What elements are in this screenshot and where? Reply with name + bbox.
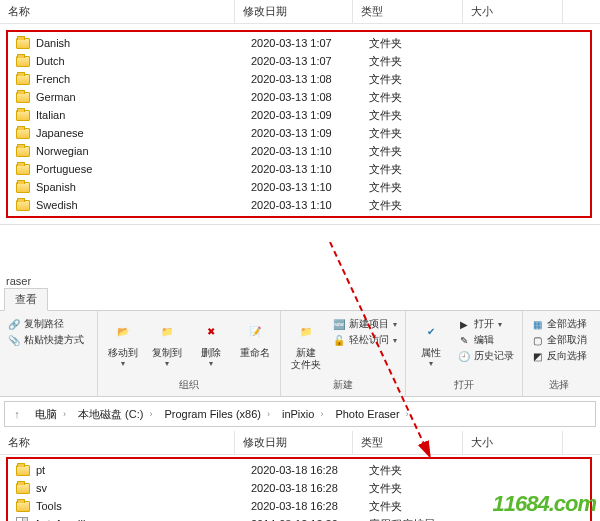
top-file-list-panel: 名称 修改日期 类型 大小 Danish2020-03-13 1:07文件夹Du…	[0, 0, 600, 225]
file-date: 2020-03-13 1:08	[243, 91, 361, 103]
folder-icon	[16, 182, 30, 193]
file-date: 2020-03-13 1:09	[243, 127, 361, 139]
breadcrumb-segment[interactable]: 本地磁盘 (C:)›	[72, 402, 158, 426]
folder-icon	[16, 164, 30, 175]
group-label-new: 新建	[285, 376, 401, 394]
file-name: Italian	[36, 109, 65, 121]
file-type: 文件夹	[361, 54, 471, 69]
table-row[interactable]: Norwegian2020-03-13 1:10文件夹	[8, 142, 590, 160]
easy-access-icon: 🔓	[333, 334, 345, 346]
file-date: 2020-03-18 16:28	[243, 482, 361, 494]
folder-icon	[16, 56, 30, 67]
table-row[interactable]: Swedish2020-03-13 1:10文件夹	[8, 196, 590, 214]
table-row[interactable]: French2020-03-13 1:08文件夹	[8, 70, 590, 88]
folder-icon	[16, 74, 30, 85]
group-label-open: 打开	[410, 376, 518, 394]
file-name: Portuguese	[36, 163, 92, 175]
new-item-button[interactable]: 🆕新建项目▾	[333, 317, 397, 331]
copy-path-button[interactable]: 🔗复制路径	[8, 317, 84, 331]
select-none-icon: ▢	[531, 334, 543, 346]
folder-icon	[16, 465, 30, 476]
ribbon: 🔗复制路径 📎粘贴快捷方式 📂移动到▾ 📁复制到▾ ✖删除▾ 📝重命名 组织 📁…	[0, 311, 600, 397]
group-label-organize: 组织	[102, 376, 276, 394]
ribbon-group-open: ✔属性▾ ▶打开▾ ✎编辑 🕘历史记录 打开	[406, 311, 523, 396]
file-type: 文件夹	[361, 144, 471, 159]
breadcrumb-segment[interactable]: Program Files (x86)›	[158, 402, 276, 426]
file-type: 应用程序扩展	[361, 517, 471, 522]
col-date[interactable]: 修改日期	[235, 431, 353, 454]
chevron-right-icon: ›	[149, 409, 152, 419]
col-size[interactable]: 大小	[463, 0, 563, 23]
breadcrumb-segment[interactable]: inPixio›	[276, 402, 329, 426]
file-type: 文件夹	[361, 198, 471, 213]
folder-icon	[16, 110, 30, 121]
explorer-window: raser 查看 🔗复制路径 📎粘贴快捷方式 📂移动到▾ 📁复制到▾ ✖删除▾ …	[0, 273, 600, 521]
tab-view[interactable]: 查看	[4, 288, 48, 311]
move-to-button[interactable]: 📂移动到▾	[102, 315, 144, 371]
file-date: 2020-03-18 16:28	[243, 500, 361, 512]
table-row[interactable]: Dutch2020-03-13 1:07文件夹	[8, 52, 590, 70]
invert-icon: ◩	[531, 350, 543, 362]
open-icon: ▶	[458, 318, 470, 330]
group-label-select: 选择	[527, 376, 591, 394]
ribbon-tabs: 查看	[0, 289, 600, 311]
folder-icon	[16, 200, 30, 211]
history-icon: 🕘	[458, 350, 470, 362]
col-date[interactable]: 修改日期	[235, 0, 353, 23]
column-header-row-bottom: 名称 修改日期 类型 大小	[0, 431, 600, 455]
table-row[interactable]: Portuguese2020-03-13 1:10文件夹	[8, 160, 590, 178]
file-date: 2020-03-13 1:10	[243, 181, 361, 193]
new-item-icon: 🆕	[333, 318, 345, 330]
paste-shortcut-button[interactable]: 📎粘贴快捷方式	[8, 333, 84, 347]
ribbon-group-select: ▦全部选择 ▢全部取消 ◩反向选择 选择	[523, 311, 595, 396]
col-type[interactable]: 类型	[353, 0, 463, 23]
file-name: Danish	[36, 37, 70, 49]
file-date: 2020-03-13 1:09	[243, 109, 361, 121]
folder-icon	[16, 38, 30, 49]
table-row[interactable]: Danish2020-03-13 1:07文件夹	[8, 34, 590, 52]
up-button[interactable]: ↑	[5, 402, 29, 426]
file-type: 文件夹	[361, 481, 471, 496]
select-all-button[interactable]: ▦全部选择	[531, 317, 587, 331]
file-date: 2020-03-13 1:10	[243, 199, 361, 211]
edit-icon: ✎	[458, 334, 470, 346]
table-row[interactable]: Spanish2020-03-13 1:10文件夹	[8, 178, 590, 196]
table-row[interactable]: Japanese2020-03-13 1:09文件夹	[8, 124, 590, 142]
table-row[interactable]: Italian2020-03-13 1:09文件夹	[8, 106, 590, 124]
history-button[interactable]: 🕘历史记录	[458, 349, 514, 363]
col-name[interactable]: 名称	[0, 431, 235, 454]
chevron-right-icon: ›	[406, 409, 409, 419]
col-type[interactable]: 类型	[353, 431, 463, 454]
col-size[interactable]: 大小	[463, 431, 563, 454]
table-row[interactable]: pt2020-03-18 16:28文件夹	[8, 461, 590, 479]
file-name: Tools	[36, 500, 62, 512]
breadcrumb[interactable]: ↑ 电脑›本地磁盘 (C:)›Program Files (x86)›inPix…	[4, 401, 596, 427]
group-label	[4, 379, 93, 394]
file-type: 文件夹	[361, 90, 471, 105]
easy-access-button[interactable]: 🔓轻松访问▾	[333, 333, 397, 347]
open-button[interactable]: ▶打开▾	[458, 317, 514, 331]
edit-button[interactable]: ✎编辑	[458, 333, 514, 347]
file-name: Japanese	[36, 127, 84, 139]
copy-to-button[interactable]: 📁复制到▾	[146, 315, 188, 371]
breadcrumb-segment[interactable]: 电脑›	[29, 402, 72, 426]
file-date: 2020-03-13 1:07	[243, 55, 361, 67]
rename-icon: 📝	[241, 317, 269, 345]
file-name: pt	[36, 464, 45, 476]
file-name: French	[36, 73, 70, 85]
select-none-button[interactable]: ▢全部取消	[531, 333, 587, 347]
rename-button[interactable]: 📝重命名	[234, 315, 276, 361]
watermark: 11684.com	[492, 491, 596, 517]
ribbon-group-clipboard: 🔗复制路径 📎粘贴快捷方式	[0, 311, 98, 396]
new-folder-button[interactable]: 📁新建 文件夹	[285, 315, 327, 373]
file-name: Spanish	[36, 181, 76, 193]
delete-button[interactable]: ✖删除▾	[190, 315, 232, 371]
properties-button[interactable]: ✔属性▾	[410, 315, 452, 371]
invert-selection-button[interactable]: ◩反向选择	[531, 349, 587, 363]
shortcut-icon: 📎	[8, 334, 20, 346]
file-type: 文件夹	[361, 108, 471, 123]
table-row[interactable]: German2020-03-13 1:08文件夹	[8, 88, 590, 106]
breadcrumb-segment[interactable]: Photo Eraser›	[329, 402, 414, 426]
col-name[interactable]: 名称	[0, 0, 235, 23]
folder-icon	[16, 128, 30, 139]
